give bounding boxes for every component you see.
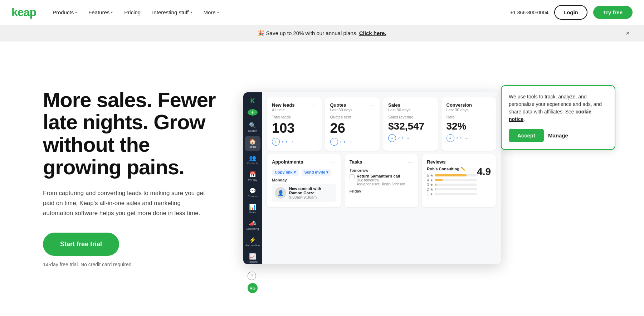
sales-card: Sales Last 30 days ⋯ Sales revenue $32,5… <box>383 97 438 151</box>
leads-next-icon[interactable]: › <box>286 139 287 144</box>
quotes-row-label: Quotes sent <box>330 115 375 119</box>
star-row: 4 ★ <box>427 178 477 182</box>
sidebar-help-button[interactable]: ? <box>248 272 256 280</box>
conversion-expand-icon[interactable]: → <box>464 135 468 141</box>
sidebar-item-sales[interactable]: 📊 Sales <box>245 201 260 217</box>
appointment-actions: Copy link ▾ Send invite ▾ <box>272 169 336 176</box>
leads-expand-icon[interactable]: → <box>289 139 294 144</box>
phone-number: +1 866-800-0004 <box>510 10 548 15</box>
nav-pricing[interactable]: Pricing <box>119 6 146 18</box>
conversion-next-icon[interactable]: › <box>460 135 462 141</box>
sales-nav: + ‹ › → <box>388 134 433 142</box>
sidebar-add-button[interactable]: + <box>248 109 258 116</box>
sidebar-item-home[interactable]: 🏠 Home <box>245 136 260 151</box>
task-checkbox[interactable] <box>350 174 355 179</box>
task-due: Due tomorrow <box>357 178 405 182</box>
stats-row: New leads All time ⋯ Total leads 103 + ‹… <box>267 97 496 151</box>
try-free-button[interactable]: Try free <box>593 6 633 19</box>
conversion-prev-icon[interactable]: ‹ <box>457 135 458 141</box>
app-mockup: K + 🔍 Search 🏠 Home 👥 Contacts 📅 My day <box>243 92 501 264</box>
navbar: keap Products ▾ Features ▾ Pricing Inter… <box>0 0 644 25</box>
sidebar-label-contacts: Contacts <box>247 162 258 165</box>
banner-link[interactable]: Click here. <box>359 30 386 36</box>
automation-icon: ⚡ <box>249 237 256 243</box>
cookie-accept-button[interactable]: Accept <box>509 129 544 142</box>
reviews-score: 4.9 <box>477 167 491 177</box>
conversion-subtitle: Last 30 days <box>447 108 472 112</box>
leads-prev-icon[interactable]: ‹ <box>282 139 283 144</box>
tasks-menu-icon[interactable]: ⋯ <box>408 159 413 166</box>
edit-icon[interactable]: ✏️ <box>461 167 466 171</box>
task-day-2: Friday <box>350 189 414 193</box>
tasks-title: Tasks <box>350 159 362 165</box>
hero-section: More sales. Fewer late nights. Grow with… <box>0 42 644 315</box>
conversion-menu-icon[interactable]: ⋯ <box>485 102 491 109</box>
reports-icon: 📈 <box>249 253 256 260</box>
star-bar-fill <box>435 193 435 195</box>
sidebar-item-search[interactable]: 🔍 Search <box>245 120 260 135</box>
banner-close-button[interactable]: × <box>626 30 630 37</box>
sidebar-item-contacts[interactable]: 👥 Contacts <box>245 152 260 167</box>
sidebar-avatar[interactable]: RG <box>248 283 258 293</box>
quotes-expand-icon[interactable]: → <box>347 139 352 144</box>
chevron-down-icon: ▾ <box>217 10 219 14</box>
start-trial-button[interactable]: Start free trial <box>43 233 119 256</box>
sidebar-item-comms[interactable]: 💬 Comms <box>245 185 260 200</box>
star-row: 2 ★ <box>427 188 477 191</box>
new-leads-menu-icon[interactable]: ⋯ <box>311 102 317 109</box>
appointments-title: Appointments <box>272 159 303 166</box>
calendar-icon: 📅 <box>249 171 256 178</box>
sales-menu-icon[interactable]: ⋯ <box>427 102 433 109</box>
quotes-add-button[interactable]: + <box>330 138 338 146</box>
chevron-down-icon: ▾ <box>190 10 192 14</box>
task-name: Return Samantha's call <box>357 174 405 178</box>
quotes-prev-icon[interactable]: ‹ <box>340 139 342 144</box>
conversion-card: Conversion Last 30 days ⋯ Rate 32% + ‹ ›… <box>441 97 496 151</box>
search-icon: 🔍 <box>249 122 256 129</box>
sales-add-button[interactable]: + <box>388 134 396 142</box>
contacts-icon: 👥 <box>249 155 256 161</box>
trial-note: 14-day free trial. No credit card requir… <box>43 262 229 267</box>
nav-interesting-stuff[interactable]: Interesting stuff ▾ <box>147 6 197 18</box>
appointments-menu-icon[interactable]: ⋯ <box>330 159 336 166</box>
sales-title: Sales <box>388 102 410 108</box>
new-leads-nav: + ‹ › → <box>272 138 317 146</box>
conversion-add-button[interactable]: + <box>447 134 454 142</box>
cookie-actions: Accept Manage <box>509 129 608 142</box>
nav-products[interactable]: Products ▾ <box>48 6 82 18</box>
nav-more[interactable]: More ▾ <box>199 6 224 18</box>
star-bar-fill <box>435 174 466 176</box>
reviews-card: Reviews ⋯ Rob's Consulting ✏️ 5 ★ <box>422 154 496 207</box>
new-leads-subtitle: All time <box>272 108 295 112</box>
send-invite-button[interactable]: Send invite ▾ <box>302 169 332 176</box>
sidebar-item-marketing[interactable]: 📣 Marketing <box>245 218 260 233</box>
new-leads-title: New leads <box>272 102 295 108</box>
quotes-menu-icon[interactable]: ⋯ <box>369 102 375 109</box>
sales-expand-icon[interactable]: → <box>406 135 410 141</box>
cookie-manage-button[interactable]: Manage <box>548 132 568 138</box>
sidebar-item-reports[interactable]: 📈 Reports <box>245 251 260 266</box>
announcement-banner: 🎉 Save up to 20% with our annual plans. … <box>0 25 644 42</box>
copy-link-button[interactable]: Copy link ▾ <box>272 169 299 176</box>
sidebar-item-myday[interactable]: 📅 My day <box>245 169 260 184</box>
star-bar-bg <box>435 188 477 190</box>
hero-description: From capturing and converting leads to m… <box>43 188 208 218</box>
login-button[interactable]: Login <box>554 5 587 20</box>
new-leads-card: New leads All time ⋯ Total leads 103 + ‹… <box>267 97 322 151</box>
quotes-value: 26 <box>330 121 375 135</box>
quotes-next-icon[interactable]: › <box>344 139 345 144</box>
sales-next-icon[interactable]: › <box>402 135 403 141</box>
nav-features[interactable]: Features ▾ <box>83 6 118 18</box>
sales-prev-icon[interactable]: ‹ <box>398 135 400 141</box>
star-label: 4 ★ <box>427 178 433 182</box>
quotes-card: Quotes Last 30 days ⋯ Quotes sent 26 + ‹… <box>325 97 380 151</box>
app-sidebar: K + 🔍 Search 🏠 Home 👥 Contacts 📅 My day <box>243 92 262 264</box>
logo[interactable]: keap <box>11 6 36 19</box>
sidebar-item-automation[interactable]: ⚡ Automation <box>245 234 260 249</box>
task-day-1: Tomorrow <box>350 168 414 172</box>
appointment-name: New consult with Ramon Garze <box>289 186 333 195</box>
leads-add-button[interactable]: + <box>272 138 280 146</box>
hero-text-block: More sales. Fewer late nights. Grow with… <box>43 89 229 268</box>
reviews-menu-icon[interactable]: ⋯ <box>485 159 491 166</box>
appointment-avatar: 👤 <box>275 187 286 199</box>
